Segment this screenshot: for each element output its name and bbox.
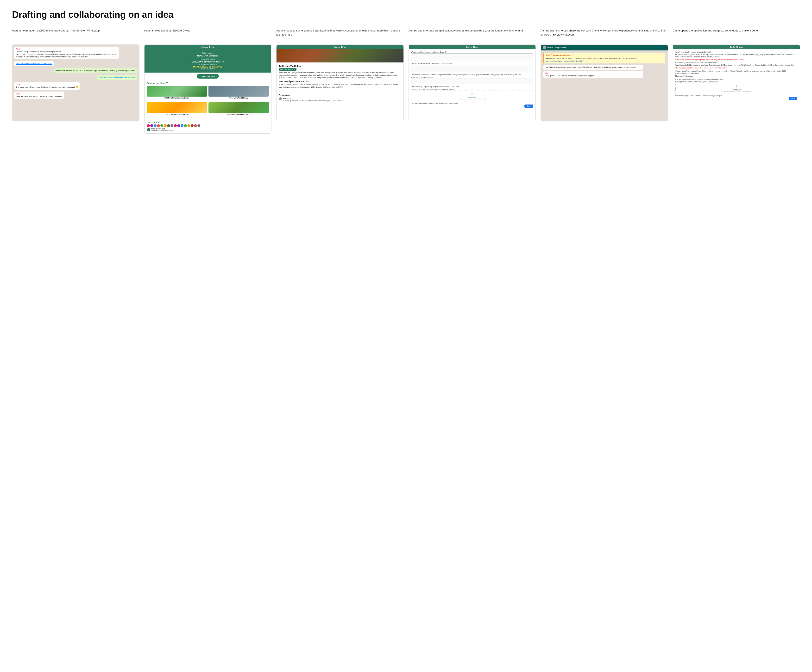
draft-msg-box: DRAFT: Museums for Refugees Applying for… (543, 53, 665, 63)
avatar-7 (167, 124, 170, 127)
final-q5: Use something simple to jog peoples' mem… (676, 78, 798, 80)
avatar-14 (191, 124, 194, 127)
draft-q3: Give an idea of how much different thing… (411, 74, 533, 75)
wa-link-1[interactable]: https://saxfordgiving.org.uk/apply-for-5… (16, 63, 53, 65)
scenario-col-4: Aamna starts to draft an application, wr… (409, 29, 536, 134)
scenario-col-6: Claire opens the application and suggest… (673, 29, 800, 134)
caption-2: Aamna takes a look at Saxford Giving (144, 29, 272, 42)
idea-card-3: The Zen Project comes to S5 (147, 102, 207, 115)
sg-header-4: Saxford Giving (409, 45, 536, 49)
sg-header: Saxford Giving (145, 45, 271, 49)
idea-image-1 (147, 86, 207, 97)
discussion-comment: Jack P Apr 25 I'd love to get involved w… (279, 97, 401, 102)
idea-label-3: The Zen Project comes to S5 (147, 113, 207, 115)
sender-peter-2: Peter (16, 83, 78, 85)
spend-title: How would you spend the £500? (279, 80, 401, 83)
caption-1: Aamna hears about a £500 micro grant thr… (12, 29, 140, 42)
idea-card-2[interactable]: Todd Lane Tool Library (208, 86, 269, 99)
sender-peter-3: Peter (16, 93, 62, 95)
draft-q6: Pick a photo or upload a photo that repr… (411, 88, 533, 90)
claire-name: Claire (545, 72, 641, 75)
draft-input-q4[interactable] (411, 78, 533, 84)
draft-form-phone: Saxford Giving What's your idea for impr… (409, 44, 536, 121)
example-app-phone: Saxford Giving Todd Lane Tool Library Fu… (276, 44, 404, 121)
wa-hey-claire: Hey Claire, I'm applying for some money … (543, 65, 643, 70)
avatar-11 (181, 124, 183, 127)
italic1: who decide how to (147, 58, 269, 60)
big1: REGULAR CITIZENS (147, 54, 269, 58)
draft-input-q2[interactable] (411, 65, 533, 72)
app-form-inner: Todd Lane Tool Library Funded in June 20… (276, 63, 403, 92)
final-upload-link[interactable]: Upload a file (732, 89, 740, 90)
avatar-3 (154, 124, 157, 127)
scenario-col-1: Aamna hears about a £500 micro grant thr… (12, 29, 140, 134)
wa-link-2[interactable]: https://saxfordgiving.org.uk/apply-for-5… (99, 77, 135, 78)
upload-area[interactable]: ⬆ Upload a file or drag and drop PNG, JP… (411, 90, 533, 101)
how-works-section: How it works (145, 119, 271, 133)
upload-link[interactable]: Upload a file (468, 96, 476, 98)
draft-input-q1[interactable] (411, 53, 533, 61)
tagline: We're a group of (147, 52, 269, 54)
final-a2: We will spend all of the money on bus fa… (676, 64, 798, 66)
idea-image-3 (147, 102, 207, 113)
final-a1-red: Without any money to do anything or go a… (676, 59, 798, 61)
caption-3: Aamna looks at some example applications… (276, 29, 404, 42)
caption-5: Aamna learns she can share the link with… (541, 29, 668, 42)
final-form-inner: What's your idea for improving lives in … (673, 49, 800, 99)
final-upload-sub: or drag and drop PNG, JPG, GIF up to 10M… (677, 91, 796, 92)
wa-message-1: Peter Saxford Giving: £500 given every m… (14, 47, 119, 60)
share-your-idea-button[interactable]: Share your idea (197, 74, 219, 78)
wa-collab-messages: DRAFT: Museums for Refugees Applying for… (541, 51, 668, 80)
scenario-col-2: Aamna takes a look at Saxford Giving Sax… (144, 29, 272, 134)
highlight: MAKE A REAL DIFFERENCE (147, 66, 269, 68)
avatar-9 (174, 124, 177, 127)
big2: GIVE AWAY £500 EACH MONTH (147, 61, 269, 63)
final-a4: Museums for Refugees (676, 75, 798, 77)
spend-text: The £500 will be spent on 1 year of liab… (279, 83, 401, 88)
draft-msg-title: DRAFT: Museums for Refugees (546, 54, 664, 57)
whatsapp-phone-1: Peter Saxford Giving: £500 given every m… (12, 44, 140, 121)
scenario-row: Aamna hears about a £500 micro grant thr… (12, 29, 800, 134)
draft-q4: What should we call your idea? (411, 77, 533, 78)
avatar-5 (160, 124, 163, 127)
save-button-6[interactable]: Save (789, 97, 797, 100)
final-upload-icon: ⬆ (677, 85, 796, 88)
comment-date: Apr 25 (289, 98, 293, 99)
final-screen-phone: Saxford Giving What's your idea for impr… (673, 44, 800, 121)
avatar-13 (187, 124, 190, 127)
wa-message-sent-link: https://saxfordgiving.org.uk/apply-for-5… (97, 75, 137, 80)
facilitator-icon (147, 128, 150, 131)
avatar-10 (177, 124, 180, 127)
final-q7: Pick something that can help remind peop… (676, 95, 798, 97)
caption-6: Claire opens the application and suggest… (673, 29, 800, 42)
idea-label-4: 'Food Room' Community Kitchen (208, 113, 269, 115)
app-title: Todd Lane Tool Library (279, 65, 401, 67)
funded-badge: Funded in June 2019 (279, 68, 297, 71)
idea-label-1: Whitley's Neighbourhood grow (147, 97, 207, 99)
facilitator-text: FACILITATOR_BOTI make sure it all runs s… (151, 128, 173, 131)
discussion-section: Discussion Jack P Apr 25 I'd love to get… (276, 92, 403, 104)
comment-text: I'd love to get involved with this. Plea… (283, 100, 401, 102)
idea-label-2: Todd Lane Tool Library (208, 97, 269, 99)
idea-image-2 (208, 86, 269, 97)
app-desc: Todd Lane Tool Library is like a normal … (279, 71, 401, 79)
save-button-4[interactable]: Save (524, 104, 533, 108)
draft-msg-link[interactable]: https://saxfordgiving.org.uk/apply/NZY3N… (546, 60, 583, 62)
wa-message-sent-1: Hey Aamna, just saw this and wondered if… (54, 68, 137, 73)
claire-bubble: Claire Looks great, I added a couple of … (543, 71, 643, 78)
draft-form-inner: What's your idea for improving lives in … (409, 49, 536, 106)
avatar-12 (184, 124, 187, 127)
sender-peter: Peter (16, 48, 117, 50)
final-upload-area[interactable]: ⬆ Upload a file or drag and drop PNG, JP… (676, 83, 798, 94)
final-q1: What's your idea for improving lives in … (676, 51, 798, 53)
facilitator-row: FACILITATOR_BOTI make sure it all runs s… (147, 128, 269, 131)
ideas-grid: Whitley's Neighbourhood grow Todd Lane T… (147, 86, 269, 117)
upload-sub: or drag and drop PNG, JPG, GIF up to 10M… (413, 98, 532, 100)
comment-avatar (279, 97, 282, 100)
collab-phone: Saxford Giving Support DRAFT: Museums fo… (541, 44, 668, 121)
draft-q2: How would you spend the £500, what's the… (411, 63, 533, 64)
avatars-row (147, 124, 269, 127)
app-hero-image (276, 49, 403, 63)
final-q3: Give an idea of how much different thing… (676, 70, 798, 72)
final-q4: What should we call your idea? (676, 73, 798, 75)
